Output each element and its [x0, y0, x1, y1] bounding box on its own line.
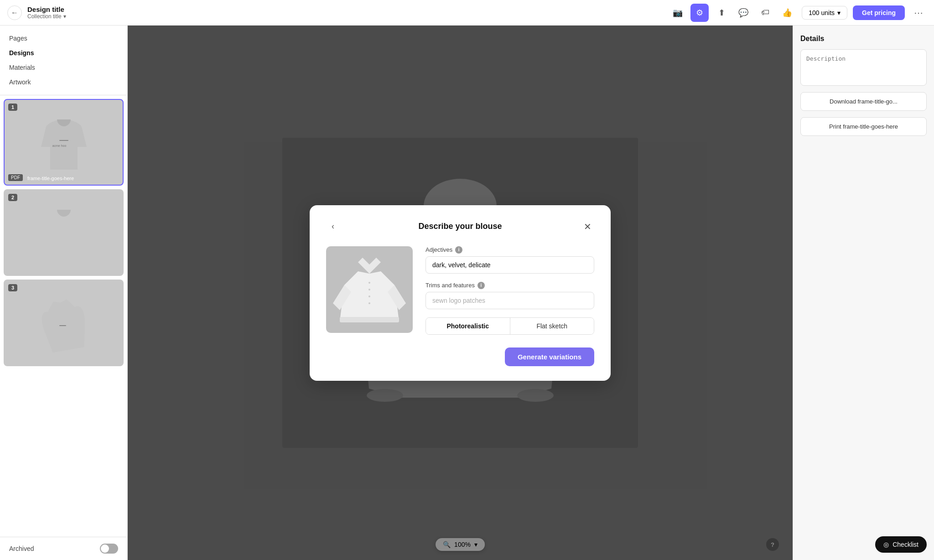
page-thumb-1[interactable]: 1 acme hoo PDF frame-title-goes-here: [4, 99, 124, 186]
modal-garment-preview: [326, 246, 413, 333]
units-button[interactable]: 100 units ▾: [802, 6, 847, 20]
toggle-knob: [101, 544, 109, 553]
modal-back-button[interactable]: ‹: [326, 220, 340, 233]
generate-variations-button[interactable]: Generate variations: [505, 347, 594, 366]
sidebar-item-materials[interactable]: Materials: [0, 60, 127, 75]
adjectives-input[interactable]: [425, 256, 594, 274]
checklist-label: Checklist: [892, 541, 918, 548]
modal-form: Adjectives i Trims and features i: [425, 246, 594, 335]
comment-button[interactable]: 💬: [734, 4, 752, 22]
camera-button[interactable]: 📷: [669, 4, 687, 22]
pdf-badge: PDF: [8, 174, 23, 181]
toolbar-icons: 📷 ⚙ ⬆ 💬 🏷 👍: [669, 4, 796, 22]
sidebar-footer: Archived: [0, 537, 127, 560]
get-pricing-button[interactable]: Get pricing: [853, 5, 905, 20]
main-area: Pages Designs Materials Artwork 1 acme h…: [0, 26, 934, 560]
topbar: ← Design title Collection title ▾ 📷 ⚙ ⬆ …: [0, 0, 934, 26]
canvas-area: acme hoodie 🔍 100% ▾ ‹ Describe your blo…: [128, 26, 793, 560]
sidebar: Pages Designs Materials Artwork 1 acme h…: [0, 26, 128, 560]
hoodie-thumbnail-3: [36, 291, 91, 355]
style-toggle: Photorealistic Flat sketch: [425, 317, 594, 335]
flat-sketch-option[interactable]: Flat sketch: [510, 318, 594, 334]
adjectives-group: Adjectives i: [425, 246, 594, 274]
hoodie-thumbnail-1: acme hoo: [36, 110, 91, 174]
topbar-right: 100 units ▾ Get pricing ⋯: [802, 5, 927, 21]
page-thumb-3[interactable]: 3: [4, 280, 124, 366]
page-preview-2: [5, 190, 123, 275]
svg-rect-2: [59, 325, 66, 326]
style-group: Photorealistic Flat sketch: [425, 317, 594, 335]
modal-footer: Generate variations: [326, 347, 594, 366]
like-button[interactable]: 👍: [778, 4, 796, 22]
topbar-titles: Design title Collection title ▾: [27, 5, 663, 20]
modal-header: ‹ Describe your blouse ✕: [326, 220, 594, 233]
sidebar-item-designs[interactable]: Designs: [0, 46, 127, 60]
svg-rect-12: [340, 317, 399, 322]
tag-button[interactable]: 🏷: [756, 4, 774, 22]
more-button[interactable]: ⋯: [910, 5, 927, 21]
svg-point-15: [368, 296, 370, 297]
checklist-icon: ◎: [883, 541, 889, 548]
design-title: Design title: [27, 5, 663, 13]
svg-rect-0: [59, 140, 68, 141]
sidebar-item-pages[interactable]: Pages: [0, 31, 127, 46]
adjectives-label: Adjectives i: [425, 246, 594, 254]
page-label-1: frame-title-goes-here: [27, 176, 74, 181]
trims-label: Trims and features i: [425, 282, 594, 289]
archived-label: Archived: [9, 545, 34, 552]
svg-point-14: [368, 289, 370, 290]
trims-input[interactable]: [425, 292, 594, 309]
print-button[interactable]: Print frame-title-goes-here: [800, 117, 927, 136]
svg-point-16: [368, 302, 370, 304]
page-preview-1: acme hoo: [5, 100, 123, 185]
modal-close-button[interactable]: ✕: [581, 220, 594, 233]
archived-toggle[interactable]: [100, 544, 118, 554]
trims-info-icon[interactable]: i: [477, 282, 485, 289]
svg-text:acme hoo: acme hoo: [52, 144, 66, 147]
modal-title: Describe your blouse: [418, 222, 502, 231]
modal-overlay: ‹ Describe your blouse ✕: [128, 26, 793, 560]
share-button[interactable]: ⬆: [712, 4, 731, 22]
hoodie-thumbnail-2: [36, 201, 91, 264]
details-panel: Details Download frame-title-go... Print…: [793, 26, 934, 560]
svg-point-13: [368, 282, 370, 284]
sidebar-nav: Pages Designs Materials Artwork: [0, 26, 127, 95]
units-chevron-icon: ▾: [837, 9, 841, 16]
page-number-1: 1: [8, 104, 17, 111]
chevron-down-icon: ▾: [63, 13, 66, 20]
photorealistic-option[interactable]: Photorealistic: [426, 318, 510, 334]
units-label: 100 units: [809, 9, 835, 16]
blouse-preview-svg: [331, 249, 408, 331]
sidebar-item-artwork[interactable]: Artwork: [0, 75, 127, 89]
details-title: Details: [800, 35, 927, 43]
collection-title[interactable]: Collection title ▾: [27, 13, 663, 20]
page-number-3: 3: [8, 284, 17, 291]
adjectives-info-icon[interactable]: i: [455, 246, 462, 254]
describe-modal: ‹ Describe your blouse ✕: [310, 205, 611, 381]
settings-button[interactable]: ⚙: [690, 4, 709, 22]
page-preview-3: [5, 280, 123, 365]
description-field[interactable]: [800, 49, 927, 86]
download-button[interactable]: Download frame-title-go...: [800, 92, 927, 111]
back-button[interactable]: ←: [7, 5, 22, 20]
page-number-2: 2: [8, 194, 17, 201]
page-thumb-2[interactable]: 2: [4, 189, 124, 276]
sidebar-pages: 1 acme hoo PDF frame-title-goes-here 2: [0, 95, 127, 537]
trims-group: Trims and features i: [425, 282, 594, 309]
back-arrow-icon: ←: [11, 9, 18, 17]
checklist-button[interactable]: ◎ Checklist: [875, 536, 927, 553]
modal-body: Adjectives i Trims and features i: [326, 246, 594, 335]
